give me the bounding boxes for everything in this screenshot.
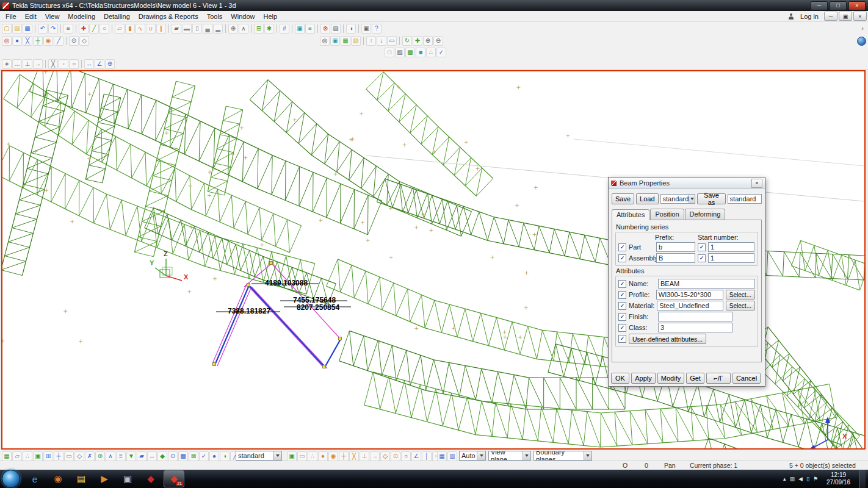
load-button[interactable]: Load [636, 193, 658, 204]
part-prefix-input[interactable]: b [656, 242, 695, 252]
ok-button[interactable]: OK [611, 373, 629, 384]
menu-help[interactable]: Help [259, 12, 281, 21]
uda-checkbox[interactable]: ✓ [618, 335, 626, 343]
snap-edges-icon[interactable]: ╱ [54, 36, 63, 46]
selection-filter-icon[interactable]: ▣ [287, 451, 297, 461]
get-button[interactable]: Get [686, 373, 704, 384]
snap-end-points-icon[interactable]: ● [12, 36, 22, 46]
profile-checkbox[interactable]: ✓ [618, 291, 626, 299]
select-cuts-switch-icon[interactable]: ✗ [85, 451, 95, 461]
boundary-planes-combo[interactable]: Boundary planes [533, 451, 592, 461]
cancel-button[interactable]: Cancel [732, 373, 761, 384]
create-contour-plate-icon[interactable]: ▰ [172, 24, 181, 34]
work-plane-combo[interactable]: View plane [488, 451, 531, 461]
redo-icon[interactable]: ↷ [48, 24, 58, 34]
user-defined-attributes-button[interactable]: User-defined attributes... [629, 334, 706, 344]
create-view-icon[interactable]: ▣ [295, 24, 305, 34]
binoculars-icon[interactable]: ◎ [320, 36, 330, 46]
create-bolt-icon[interactable]: ⊕ [228, 24, 238, 34]
internet-explorer-icon[interactable]: e [24, 470, 45, 487]
menu-view[interactable]: View [41, 12, 64, 21]
minimize-button[interactable]: ─ [811, 1, 828, 10]
tab-attributes[interactable]: Attributes [612, 209, 649, 220]
part-start-checkbox[interactable]: ✓ [698, 243, 706, 251]
assembly-checkbox[interactable]: ✓ [618, 254, 626, 262]
create-component-icon[interactable]: ✱ [264, 24, 274, 34]
save-as-button[interactable]: Save as [697, 193, 725, 204]
view-list-icon[interactable]: ≡ [305, 24, 315, 34]
snap-intersections-switch-icon[interactable]: ╳ [349, 451, 359, 461]
snap-ortho-switch-icon[interactable]: ∠ [411, 451, 421, 461]
tab-deforming[interactable]: Deforming [685, 209, 726, 220]
new-model-icon[interactable]: ▢ [2, 24, 12, 34]
part-checkbox[interactable]: ✓ [618, 243, 626, 251]
snap-nearest-switch-icon[interactable]: ◇ [380, 451, 390, 461]
snapshot-icon[interactable]: ▣ [361, 24, 371, 34]
phase-manager-icon[interactable]: ◑ [346, 24, 356, 34]
menu-window[interactable]: Window [226, 12, 259, 21]
create-column-icon[interactable]: ▮ [125, 24, 135, 34]
select-planes-switch-icon[interactable]: ▰ [137, 451, 146, 461]
construction-line-icon[interactable]: ╱ [89, 24, 99, 34]
snap-depth-lock-icon[interactable]: │ [422, 451, 432, 461]
close-button[interactable]: × [848, 1, 866, 10]
firefox-icon[interactable]: ◉ [48, 470, 68, 487]
select-phases-switch-icon[interactable]: ◑ [220, 451, 230, 461]
pan-view-icon[interactable]: ✚ [413, 36, 422, 46]
material-select-button[interactable]: Select... [726, 301, 755, 310]
view-camera-icon[interactable]: ▭ [387, 36, 397, 46]
toolbar-overflow-chevron[interactable]: › [859, 24, 866, 32]
mdi-close-button[interactable]: × [853, 12, 867, 21]
point-center-icon[interactable]: ◦ [59, 59, 68, 69]
view-down-icon[interactable]: ↓ [377, 36, 386, 46]
create-concrete-slab-icon[interactable]: ▬ [182, 24, 192, 34]
snap-center-points-switch-icon[interactable]: ◉ [328, 451, 338, 461]
menu-tools[interactable]: Tools [203, 12, 227, 21]
material-input[interactable]: Steel_Undefined [657, 301, 723, 310]
media-player-icon[interactable]: ▶ [94, 470, 115, 487]
assembly-start-input[interactable]: 1 [708, 253, 754, 263]
class-checkbox[interactable]: ✓ [618, 324, 626, 332]
mdi-minimize-button[interactable]: ─ [824, 12, 837, 21]
point-tangent-icon[interactable]: ○ [69, 59, 79, 69]
assembly-start-checkbox[interactable]: ✓ [698, 254, 706, 262]
select-assemblies-switch-icon[interactable]: ▩ [178, 451, 188, 461]
save-as-input[interactable]: standard [728, 194, 762, 204]
measure-bolt-icon[interactable]: ⊕ [105, 59, 115, 69]
clash-check-icon[interactable]: ⊗ [320, 24, 330, 34]
create-beam-icon[interactable]: ▱ [115, 24, 125, 34]
create-strip-footing-icon[interactable]: ▂ [213, 24, 223, 34]
tab-position[interactable]: Position [650, 209, 684, 220]
work-plane-icon[interactable]: ▦ [341, 36, 350, 46]
name-checkbox[interactable]: ✓ [618, 280, 626, 288]
select-points-switch-icon[interactable]: ∴ [23, 451, 32, 461]
select-single-switch-icon[interactable]: ● [209, 451, 219, 461]
work-plane-switch-icon[interactable]: ▦ [437, 451, 447, 461]
select-all-switch-icon[interactable]: ▦ [2, 451, 12, 461]
create-weld-icon[interactable]: ∧ [239, 24, 248, 34]
measure-distance-icon[interactable]: ↔ [84, 59, 94, 69]
snap-any-icon[interactable]: ⊙ [69, 36, 79, 46]
shaded-view-icon[interactable]: ▩ [405, 48, 415, 57]
create-twin-profile-icon[interactable]: ∥ [156, 24, 166, 34]
mdi-restore-button[interactable]: ▣ [839, 12, 852, 21]
select-views-switch-icon[interactable]: ▭ [64, 451, 74, 461]
create-curved-beam-icon[interactable]: ∪ [146, 24, 156, 34]
snap-any-switch-icon[interactable]: ⊙ [391, 451, 400, 461]
shadow-icon[interactable]: ▧ [351, 36, 361, 46]
snap-free-switch-icon[interactable]: ○ [401, 451, 411, 461]
select-fittings-switch-icon[interactable]: ◇ [74, 451, 84, 461]
save-model-icon[interactable]: ▦ [23, 24, 32, 34]
create-polybeam-icon[interactable]: ∿ [136, 24, 145, 34]
points-on-line-icon[interactable]: … [12, 59, 22, 69]
rendered-view-icon[interactable]: ■ [416, 48, 425, 57]
create-concrete-panel-icon[interactable]: ▯ [192, 24, 202, 34]
profile-input[interactable]: WI300-15-20*300 [656, 290, 723, 300]
save-button[interactable]: Save [612, 193, 634, 204]
undo-icon[interactable]: ↶ [38, 24, 48, 34]
zoom-out-icon[interactable]: ⊖ [433, 36, 443, 46]
hidden-icons-icon[interactable]: ▴ [783, 476, 786, 482]
dialog-title-bar[interactable]: Beam Properties × [609, 178, 765, 189]
menu-file[interactable]: File [1, 12, 21, 21]
select-components-switch-icon[interactable]: ◆ [157, 451, 167, 461]
